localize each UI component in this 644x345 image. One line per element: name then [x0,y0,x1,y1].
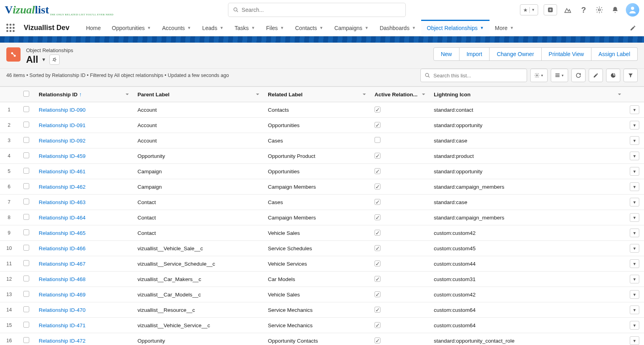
row-checkbox[interactable] [23,199,29,204]
add-button[interactable] [544,4,557,15]
list-search[interactable] [420,69,527,82]
col-related-label[interactable]: Related Label [263,87,370,102]
relationship-id-link[interactable]: Relationship ID-466 [39,246,86,251]
help-icon[interactable]: ? [578,5,589,15]
relationship-id-link[interactable]: Relationship ID-092 [39,138,86,144]
row-action-menu[interactable]: ▼ [630,213,639,222]
filter-button[interactable] [623,69,638,82]
refresh-button[interactable] [571,69,586,82]
global-search[interactable] [228,3,406,17]
relationship-id-link[interactable]: Relationship ID-465 [39,230,86,236]
row-number: 10 [0,241,18,256]
list-view-switcher-icon[interactable]: ▼ [41,57,46,62]
import-button[interactable]: Import [459,47,490,61]
row-checkbox[interactable] [23,122,29,128]
search-icon [425,73,430,78]
row-action-menu[interactable]: ▼ [630,121,639,129]
col-parent-label[interactable]: Parent Label [133,87,263,102]
app-launcher-icon[interactable] [5,22,16,34]
nav-item-files[interactable]: Files▼ [261,20,290,36]
relationship-id-link[interactable]: Relationship ID-091 [39,122,86,128]
row-action-menu[interactable]: ▼ [630,198,639,206]
notifications-icon[interactable] [610,5,620,15]
relationship-id-link[interactable]: Relationship ID-468 [39,276,86,282]
row-action-menu[interactable]: ▼ [630,306,639,314]
row-checkbox[interactable] [23,337,29,343]
list-search-input[interactable] [433,73,523,79]
edit-nav-icon[interactable] [627,25,639,31]
favorites-button[interactable]: ★▼ [520,4,538,15]
global-search-input[interactable] [242,7,401,13]
relationship-id-link[interactable]: Relationship ID-467 [39,261,86,267]
relationship-id-link[interactable]: Relationship ID-461 [39,169,86,174]
nav-item-more[interactable]: More▼ [490,20,520,36]
inline-edit-button[interactable] [589,69,603,82]
relationship-id-link[interactable]: Relationship ID-462 [39,184,86,190]
nav-item-opportunities[interactable]: Opportunities▼ [106,20,156,36]
nav-item-contacts[interactable]: Contacts▼ [290,20,329,36]
select-all-checkbox[interactable] [23,91,29,97]
row-action-menu[interactable]: ▼ [630,105,639,114]
lightning-icon-cell: standard:case [429,133,625,148]
change-owner-button[interactable]: Change Owner [490,47,541,61]
assign-label-button[interactable]: Assign Label [591,47,638,61]
nav-item-tasks[interactable]: Tasks▼ [229,20,261,36]
row-checkbox[interactable] [23,260,29,266]
relationship-id-link[interactable]: Relationship ID-464 [39,215,86,221]
row-action-menu[interactable]: ▼ [630,182,639,191]
row-checkbox[interactable] [23,229,29,235]
lightning-icon-cell: standard:contact [429,102,625,118]
row-checkbox[interactable] [23,245,29,251]
trailhead-icon[interactable] [563,5,573,15]
relationship-id-link[interactable]: Relationship ID-459 [39,153,86,159]
chart-button[interactable] [606,69,620,82]
nav-item-leads[interactable]: Leads▼ [197,20,229,36]
row-action-menu[interactable]: ▼ [630,336,639,345]
row-checkbox[interactable] [23,152,29,158]
row-checkbox[interactable] [23,137,29,143]
row-action-menu[interactable]: ▼ [630,290,639,299]
row-checkbox[interactable] [23,306,29,312]
new-button[interactable]: New [433,47,459,61]
col-relationship-id[interactable]: Relationship ID↑ [34,87,133,102]
user-avatar[interactable] [626,3,639,17]
nav-label: Dashboards [380,25,410,31]
nav-item-object-relationships[interactable]: Object Relationships▼ [421,20,489,36]
row-action-menu[interactable]: ▼ [630,229,639,237]
row-action-menu[interactable]: ▼ [630,136,639,145]
display-as-button[interactable]: ▼ [551,69,568,82]
col-active[interactable]: Active Relation... [370,87,429,102]
relationship-id-link[interactable]: Relationship ID-469 [39,292,86,298]
row-action-menu[interactable]: ▼ [630,321,639,330]
row-action-menu[interactable]: ▼ [630,275,639,283]
relationship-id-link[interactable]: Relationship ID-472 [39,338,86,344]
row-checkbox[interactable] [23,106,29,112]
row-checkbox[interactable] [23,322,29,328]
row-action-menu[interactable]: ▼ [630,259,639,268]
list-view-controls-button[interactable]: ▼ [530,69,548,82]
relationship-id-link[interactable]: Relationship ID-090 [39,107,86,113]
relationship-id-link[interactable]: Relationship ID-463 [39,199,86,205]
nav-item-dashboards[interactable]: Dashboards▼ [374,20,421,36]
row-checkbox[interactable] [23,276,29,281]
row-action-menu[interactable]: ▼ [630,152,639,160]
printable-view-button[interactable]: Printable View [542,47,591,61]
pin-list-button[interactable] [49,54,60,65]
setup-icon[interactable] [594,5,604,15]
parent-label-cell: vizuallist__Car_Models__c [133,287,263,302]
col-lightning-icon[interactable]: Lightning Icon [429,87,625,102]
row-checkbox[interactable] [23,214,29,220]
row-checkbox[interactable] [23,183,29,189]
relationship-id-link[interactable]: Relationship ID-471 [39,322,86,328]
col-select-all[interactable] [18,87,34,102]
nav-item-accounts[interactable]: Accounts▼ [156,20,197,36]
row-checkbox[interactable] [23,168,29,174]
row-action-menu[interactable]: ▼ [630,167,639,176]
row-action-menu[interactable]: ▼ [630,244,639,253]
list-view-name[interactable]: All [26,54,38,65]
row-checkbox[interactable] [23,291,29,297]
lightning-icon-cell: custom:custom44 [429,256,625,272]
nav-item-campaigns[interactable]: Campaigns▼ [329,20,374,36]
nav-item-home[interactable]: Home [81,20,106,36]
relationship-id-link[interactable]: Relationship ID-470 [39,307,86,313]
